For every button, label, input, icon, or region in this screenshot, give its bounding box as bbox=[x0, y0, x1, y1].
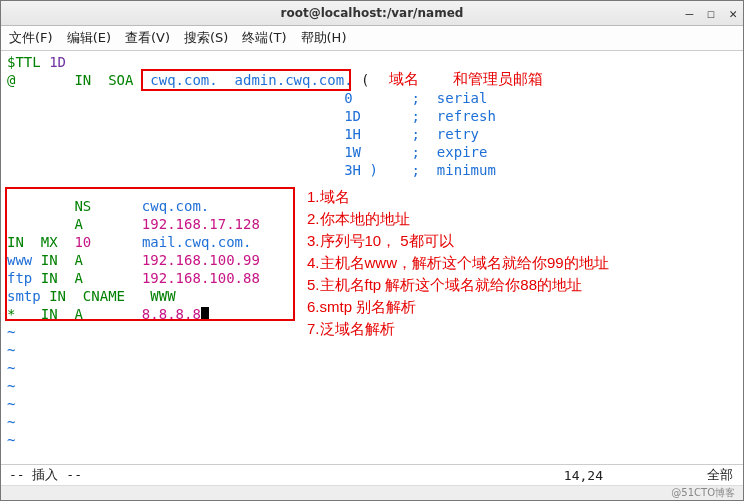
callout-box-soa bbox=[141, 69, 351, 91]
tilde-line: ~ bbox=[7, 414, 15, 430]
ttl-val: 1D bbox=[49, 54, 66, 70]
window-title: root@localhost:/var/named bbox=[1, 6, 743, 20]
tilde-line: ~ bbox=[7, 324, 15, 340]
soa-paren: ( bbox=[353, 72, 370, 88]
annot-7: 7.泛域名解析 bbox=[307, 319, 395, 338]
callout-box-records bbox=[5, 187, 295, 321]
close-button[interactable]: ✕ bbox=[729, 6, 737, 21]
annot-4: 4.主机名www，解析这个域名就给你99的地址 bbox=[307, 253, 609, 272]
titlebar: root@localhost:/var/named — ☐ ✕ bbox=[1, 1, 743, 26]
soa-line-left: @ IN SOA bbox=[7, 72, 150, 88]
menu-terminal[interactable]: 终端(T) bbox=[242, 26, 286, 50]
soa-body: 0 ; serial 1D ; refresh 1H ; retry 1W ; … bbox=[7, 90, 496, 178]
annot-top-admin: 和管理员邮箱 bbox=[453, 69, 543, 88]
vim-mode: -- 插入 -- bbox=[9, 466, 82, 484]
maximize-button[interactable]: ☐ bbox=[707, 6, 715, 21]
annot-3: 3.序列号10， 5都可以 bbox=[307, 231, 454, 250]
vim-scroll-ind: 全部 bbox=[707, 466, 733, 484]
annot-6: 6.smtp 别名解析 bbox=[307, 297, 416, 316]
menu-view[interactable]: 查看(V) bbox=[125, 26, 170, 50]
image-source-label: @51CTO博客 bbox=[1, 485, 743, 500]
tilde-line: ~ bbox=[7, 432, 15, 448]
annot-5: 5.主机名ftp 解析这个域名就给你88的地址 bbox=[307, 275, 582, 294]
tilde-line: ~ bbox=[7, 342, 15, 358]
window-controls: — ☐ ✕ bbox=[686, 6, 737, 21]
terminal-body[interactable]: $TTL 1D @ IN SOA cwq.com. admin.cwq.com.… bbox=[1, 51, 743, 464]
vim-cursor-pos: 14,24 bbox=[564, 468, 603, 483]
ttl-key: $TTL bbox=[7, 54, 49, 70]
menu-file[interactable]: 文件(F) bbox=[9, 26, 53, 50]
tilde-line: ~ bbox=[7, 360, 15, 376]
annot-2: 2.你本地的地址 bbox=[307, 209, 410, 228]
menubar: 文件(F) 编辑(E) 查看(V) 搜索(S) 终端(T) 帮助(H) bbox=[1, 26, 743, 51]
annot-1: 1.域名 bbox=[307, 187, 350, 206]
vim-status-bar: -- 插入 -- 14,24 全部 bbox=[1, 464, 743, 485]
menu-help[interactable]: 帮助(H) bbox=[301, 26, 347, 50]
menu-edit[interactable]: 编辑(E) bbox=[67, 26, 111, 50]
annot-top-domain: 域名 bbox=[389, 69, 419, 88]
terminal-window: root@localhost:/var/named — ☐ ✕ 文件(F) 编辑… bbox=[0, 0, 744, 501]
minimize-button[interactable]: — bbox=[686, 6, 694, 21]
tilde-line: ~ bbox=[7, 396, 15, 412]
menu-search[interactable]: 搜索(S) bbox=[184, 26, 228, 50]
tilde-line: ~ bbox=[7, 378, 15, 394]
